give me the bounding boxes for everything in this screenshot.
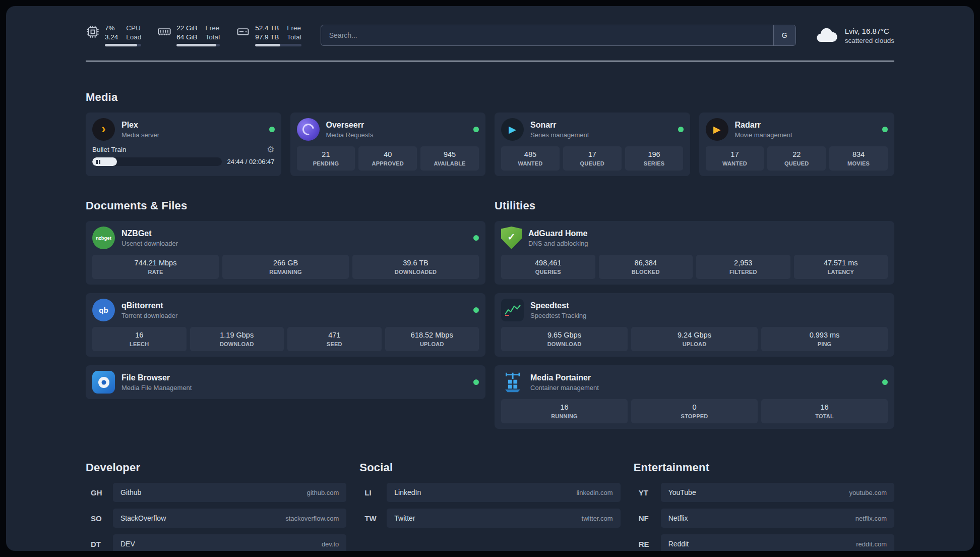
stat-tile: 471SEED [287, 327, 382, 351]
memory-widget: 22 GiB 64 GiB Free Total [157, 24, 220, 46]
stat-tile: 0STOPPED [631, 399, 758, 423]
service-card-speedtest[interactable]: Speedtest Speedtest Tracking 9.65 GbpsDO… [495, 293, 894, 357]
plex-now-playing: Bullet Train ⚙ 24:44 / 02:06:47 [92, 145, 275, 166]
stat-tile: 498,461QUERIES [501, 255, 595, 279]
bookmark-abbr: RE [634, 540, 661, 548]
bookmark-abbr: YT [634, 488, 661, 497]
service-card-sonarr[interactable]: ▶ Sonarr Series management 485WANTED 17Q… [495, 113, 690, 176]
search-input[interactable] [321, 25, 773, 45]
sonarr-icon: ▶ [501, 118, 524, 141]
gear-icon[interactable]: ⚙ [267, 145, 274, 154]
service-card-radarr[interactable]: ▶ Radarr Movie management 17WANTED 22QUE… [699, 113, 895, 176]
pause-icon[interactable] [96, 160, 100, 164]
service-card-portainer[interactable]: Media Portainer Container management 16R… [495, 365, 894, 429]
service-card-adguard[interactable]: ✓ AdGuard Home DNS and adblocking 498,46… [495, 221, 894, 285]
bookmark-abbr: NF [634, 514, 661, 523]
service-subtitle: Series management [530, 131, 589, 139]
bookmark-dev[interactable]: DT DEVdev.to [86, 534, 346, 551]
service-subtitle: Usenet downloader [121, 240, 178, 247]
service-name: qBittorrent [121, 301, 177, 310]
radarr-icon: ▶ [706, 118, 728, 141]
stat-tile: 945AVAILABLE [420, 146, 479, 171]
status-dot [882, 379, 888, 385]
service-card-qbittorrent[interactable]: qb qBittorrent Torrent downloader 16LEEC… [86, 293, 485, 357]
playback-time: 24:44 / 02:06:47 [227, 158, 275, 165]
memory-free-value: 22 GiB [176, 24, 197, 32]
stat-tile: 9.24 GbpsUPLOAD [631, 327, 758, 351]
service-name: Radarr [735, 121, 792, 130]
service-subtitle: Speedtest Tracking [530, 312, 586, 319]
bookmark-netflix[interactable]: NF Netflixnetflix.com [634, 509, 894, 528]
stat-tile: 16RUNNING [501, 399, 628, 423]
status-dot [678, 127, 684, 132]
section-title-documents: Documents & Files [86, 199, 485, 212]
status-dot [473, 307, 479, 313]
service-subtitle: Movie management [735, 131, 792, 139]
stat-tile: 16TOTAL [761, 399, 888, 423]
bookmark-reddit[interactable]: RE Redditreddit.com [634, 534, 894, 551]
service-card-plex[interactable]: › Plex Media server Bullet Train ⚙ [86, 113, 281, 176]
cpu-widget: 7% 3.24 CPU Load [86, 24, 141, 46]
bookmark-abbr: DT [86, 540, 113, 548]
cpu-load-value: 3.24 [105, 33, 118, 41]
bookmark-github[interactable]: GH Githubgithub.com [86, 483, 346, 502]
service-name: Plex [121, 121, 159, 130]
stat-tile: 834MOVIES [829, 146, 888, 171]
stat-tile: 47.571 msLATENCY [794, 255, 888, 279]
disk-total-label: Total [287, 33, 301, 41]
stat-tile: 485WANTED [501, 146, 560, 171]
service-subtitle: Media server [121, 131, 159, 139]
weather-widget: Lviv, 16.87°C scattered clouds [815, 26, 894, 45]
stat-tile: 39.6 TBDOWNLOADED [352, 255, 479, 279]
stat-tile: 2,953FILTERED [696, 255, 790, 279]
stat-tile: 1.19 GbpsDOWNLOAD [190, 327, 284, 351]
memory-progress-bar [176, 44, 220, 46]
service-name: NZBGet [121, 229, 178, 238]
service-name: File Browser [121, 373, 192, 382]
service-subtitle: Torrent downloader [121, 312, 177, 319]
disk-free-label: Free [287, 24, 301, 32]
plex-icon: › [92, 118, 115, 141]
disk-free-value: 52.4 TB [255, 24, 279, 32]
bookmark-stackoverflow[interactable]: SO StackOverflowstackoverflow.com [86, 509, 346, 528]
cpu-load-label: Load [126, 33, 141, 41]
cpu-icon [86, 25, 100, 41]
service-subtitle: Media File Management [121, 384, 192, 392]
bookmark-youtube[interactable]: YT YouTubeyoutube.com [634, 483, 894, 502]
section-title-media: Media [86, 91, 894, 104]
bookmark-abbr: GH [86, 488, 113, 497]
section-title-entertainment: Entertainment [634, 461, 894, 474]
qbittorrent-icon: qb [92, 299, 115, 321]
section-title-developer: Developer [86, 461, 346, 474]
weather-condition: scattered clouds [845, 37, 894, 44]
speedtest-icon [501, 299, 524, 321]
search-provider-button[interactable]: G [773, 25, 795, 45]
bookmark-linkedin[interactable]: LI LinkedInlinkedin.com [359, 483, 620, 502]
disk-icon [236, 25, 250, 41]
stat-tile: 17QUEUED [563, 146, 622, 171]
system-resources: 7% 3.24 CPU Load [86, 24, 301, 46]
playback-progress-bar[interactable] [92, 157, 222, 166]
service-subtitle: DNS and adblocking [528, 240, 588, 247]
memory-free-label: Free [206, 24, 220, 32]
service-card-overseerr[interactable]: Overseerr Media Requests 21PENDING 40APP… [290, 113, 486, 176]
service-name: Sonarr [530, 121, 589, 130]
bookmark-twitter[interactable]: TW Twittertwitter.com [359, 509, 620, 528]
service-subtitle: Media Requests [326, 131, 374, 139]
memory-total-value: 64 GiB [176, 33, 197, 41]
bookmark-abbr: TW [359, 514, 387, 523]
bookmark-abbr: SO [86, 514, 113, 523]
topbar-divider [86, 61, 894, 62]
app-frame: 7% 3.24 CPU Load [0, 0, 980, 557]
stat-tile: 0.993 msPING [761, 327, 888, 351]
filebrowser-icon [92, 371, 115, 394]
service-name: Media Portainer [530, 373, 599, 382]
service-card-nzbget[interactable]: nzbget NZBGet Usenet downloader 744.21 M… [86, 221, 485, 285]
service-name: Speedtest [530, 301, 586, 310]
stat-tile: 618.52 MbpsUPLOAD [385, 327, 479, 351]
memory-icon [157, 25, 171, 41]
service-subtitle: Container management [530, 384, 599, 392]
status-dot [882, 127, 888, 132]
service-card-filebrowser[interactable]: File Browser Media File Management [86, 365, 485, 399]
stat-tile: 16LEECH [92, 327, 187, 351]
